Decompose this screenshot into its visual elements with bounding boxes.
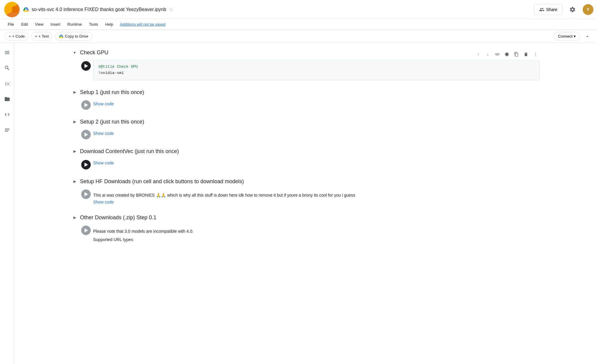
menu-view[interactable]: View bbox=[32, 21, 46, 28]
setup-1-arrow: ▶ bbox=[72, 89, 78, 95]
menu-bar: File Edit View Insert Runtime Tools Help… bbox=[0, 19, 597, 30]
add-code-label: + Code bbox=[12, 34, 25, 38]
run-check-gpu-button[interactable] bbox=[81, 61, 91, 71]
user-avatar[interactable]: Y bbox=[583, 4, 593, 15]
download-contentvec-arrow: ▶ bbox=[72, 148, 78, 154]
drive-small-icon bbox=[59, 34, 64, 39]
play-icon-2 bbox=[84, 103, 88, 107]
cell-toolbar: ↑ ↓ bbox=[474, 50, 540, 58]
section-other-downloads: ▶ Other Downloads (.zip) Step 0.1 Please… bbox=[67, 213, 544, 246]
menu-help[interactable]: Help bbox=[102, 21, 116, 28]
notebook-content: ↑ ↓ bbox=[14, 43, 597, 364]
setup-hf-arrow: ▶ bbox=[72, 178, 78, 184]
setup-1-cell: Show code bbox=[72, 97, 540, 112]
check-gpu-cell: #@title Check GPU !nvidia-smi bbox=[72, 58, 540, 83]
sidebar-variables-icon[interactable]: {x} bbox=[2, 79, 12, 88]
add-code-button[interactable]: + + Code bbox=[5, 32, 29, 41]
top-right-actions: Share Y bbox=[534, 4, 593, 15]
copy-drive-label: Copy to Drive bbox=[65, 34, 88, 38]
sidebar-terminal-icon[interactable] bbox=[2, 125, 12, 135]
sidebar-search-icon[interactable] bbox=[2, 63, 12, 73]
menu-edit[interactable]: Edit bbox=[18, 21, 31, 28]
setup-1-title: Setup 1 (just run this once) bbox=[80, 89, 144, 95]
move-up-button[interactable]: ↑ bbox=[474, 50, 482, 58]
setup-hf-text: This ai was created by BRONIES 🙏🙏 which … bbox=[93, 190, 540, 198]
check-gpu-header[interactable]: ▼ Check GPU bbox=[72, 48, 540, 58]
setup-2-cell: Show code bbox=[72, 127, 540, 142]
run-other-downloads-button[interactable] bbox=[81, 226, 91, 235]
run-download-contentvec-button[interactable] bbox=[81, 160, 91, 169]
notebook-wrapper: ↑ ↓ bbox=[67, 48, 544, 246]
menu-insert[interactable]: Insert bbox=[47, 21, 63, 28]
run-setup-2-button[interactable] bbox=[81, 130, 91, 139]
star-icon[interactable]: ☆ bbox=[169, 6, 173, 13]
delete-cell-button[interactable] bbox=[522, 50, 530, 58]
check-gpu-arrow: ▼ bbox=[72, 50, 78, 56]
copy-to-drive-button[interactable]: Copy to Drive bbox=[55, 32, 92, 41]
connect-button[interactable]: Connect ▾ bbox=[554, 32, 580, 41]
link-button[interactable] bbox=[493, 50, 501, 58]
menu-runtime[interactable]: Runtime bbox=[64, 21, 85, 28]
drive-icon bbox=[23, 6, 29, 13]
cell-settings-button[interactable] bbox=[503, 50, 511, 58]
toolbar: + + Code + + Text Copy to Drive Connect … bbox=[0, 30, 597, 43]
play-icon-4 bbox=[84, 163, 88, 167]
section-setup-hf: ▶ Setup HF Downloads (run cell and click… bbox=[67, 177, 544, 208]
setup-hf-header[interactable]: ▶ Setup HF Downloads (run cell and click… bbox=[72, 177, 540, 186]
section-check-gpu: ▼ Check GPU #@title Check GPU !nvidia-sm… bbox=[67, 48, 544, 83]
download-contentvec-title: Download ContentVec (just run this once) bbox=[80, 148, 179, 155]
setup-2-arrow: ▶ bbox=[72, 119, 78, 125]
other-downloads-header[interactable]: ▶ Other Downloads (.zip) Step 0.1 bbox=[72, 213, 540, 223]
other-downloads-text-2: Supported URL types: bbox=[93, 235, 540, 243]
run-setup-1-button[interactable] bbox=[81, 100, 91, 110]
section-setup-2: ▶ Setup 2 (just run this once) Show code bbox=[67, 117, 544, 142]
share-label: Share bbox=[546, 7, 557, 12]
other-downloads-arrow: ▶ bbox=[72, 215, 78, 220]
show-code-hf[interactable]: Show code bbox=[93, 198, 114, 206]
connect-label: Connect bbox=[558, 34, 573, 38]
plus-code-icon: + bbox=[9, 34, 11, 38]
plus-text-icon: + bbox=[35, 34, 37, 38]
play-icon-6 bbox=[84, 228, 88, 232]
left-sidebar: {x} bbox=[0, 43, 14, 364]
check-gpu-code[interactable]: #@title Check GPU !nvidia-smi bbox=[93, 60, 540, 80]
menu-tools[interactable]: Tools bbox=[86, 21, 101, 28]
setup-hf-cell: This ai was created by BRONIES 🙏🙏 which … bbox=[72, 186, 540, 208]
sidebar-code-icon[interactable] bbox=[2, 110, 12, 119]
mirror-button[interactable] bbox=[512, 50, 521, 58]
avatar-circle: Y bbox=[583, 4, 593, 15]
setup-1-header[interactable]: ▶ Setup 1 (just run this once) bbox=[72, 87, 540, 97]
move-down-button[interactable]: ↓ bbox=[484, 50, 492, 58]
collapse-all-button[interactable] bbox=[583, 32, 592, 41]
other-downloads-text-1: Please note that 3.0 models are incompat… bbox=[93, 226, 540, 235]
connect-chevron: ▾ bbox=[574, 34, 576, 38]
sidebar-toc-icon[interactable] bbox=[2, 48, 12, 57]
run-setup-hf-button[interactable] bbox=[81, 189, 91, 199]
svg-text:{x}: {x} bbox=[4, 81, 10, 86]
show-code-contentvec[interactable]: Show code bbox=[93, 159, 114, 166]
more-options-button[interactable]: ⋮ bbox=[531, 50, 540, 58]
main-layout: {x} ↑ ↓ bbox=[0, 43, 597, 364]
colab-logo bbox=[4, 1, 20, 18]
download-contentvec-header[interactable]: ▶ Download ContentVec (just run this onc… bbox=[72, 146, 540, 156]
other-downloads-cell: Please note that 3.0 models are incompat… bbox=[72, 223, 540, 246]
file-info: so-vits-svc 4.0 inference FIXED thanks g… bbox=[23, 6, 534, 13]
add-text-label: + Text bbox=[38, 34, 49, 38]
add-text-button[interactable]: + + Text bbox=[31, 32, 53, 41]
show-code-setup-1[interactable]: Show code bbox=[93, 100, 114, 107]
show-code-setup-2[interactable]: Show code bbox=[93, 129, 114, 137]
file-title: so-vits-svc 4.0 inference FIXED thanks g… bbox=[32, 7, 166, 12]
section-download-contentvec: ▶ Download ContentVec (just run this onc… bbox=[67, 146, 544, 172]
setup-2-header[interactable]: ▶ Setup 2 (just run this once) bbox=[72, 117, 540, 127]
download-contentvec-cell: Show code bbox=[72, 156, 540, 172]
share-button[interactable]: Share bbox=[534, 4, 562, 15]
setup-2-title: Setup 2 (just run this once) bbox=[80, 119, 144, 125]
play-icon bbox=[84, 64, 88, 68]
top-bar: so-vits-svc 4.0 inference FIXED thanks g… bbox=[0, 0, 597, 19]
menu-file[interactable]: File bbox=[5, 21, 17, 28]
toolbar-right: Connect ▾ bbox=[554, 32, 592, 41]
sidebar-files-icon[interactable] bbox=[2, 94, 12, 104]
setup-hf-title: Setup HF Downloads (run cell and click b… bbox=[80, 178, 244, 185]
section-setup-1: ▶ Setup 1 (just run this once) Show code bbox=[67, 87, 544, 112]
settings-button[interactable] bbox=[567, 4, 578, 15]
